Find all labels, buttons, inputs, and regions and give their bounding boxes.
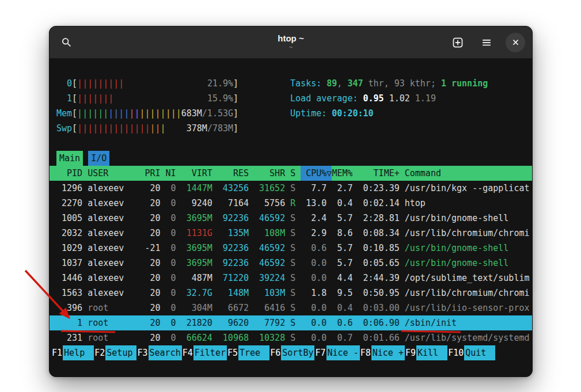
fnkey-f3[interactable]: F3Search <box>136 345 181 360</box>
fnkey-f7[interactable]: F7Nice - <box>314 345 359 360</box>
cell-user: root <box>88 315 134 330</box>
cell-time: 0:10.85 <box>358 241 400 256</box>
tab-main[interactable]: Main <box>56 151 83 166</box>
process-row[interactable]: 1296alexeev2001447M4325631652S7.72.70:23… <box>50 181 532 196</box>
column-header-command[interactable]: Command <box>405 166 530 181</box>
cell-user: alexeev <box>88 241 134 256</box>
cell-pid: 2270 <box>56 196 82 211</box>
close-button[interactable] <box>506 33 525 52</box>
fn-key-label: F6 <box>269 345 281 360</box>
cell-s: S <box>290 315 295 330</box>
window-subtitle: ~ <box>289 44 293 51</box>
text-segment: 89 <box>326 78 337 89</box>
cell-cpu: 0.0 <box>301 330 326 345</box>
cell-time: 0:05.65 <box>358 256 400 271</box>
process-row-selected[interactable]: 1root2002182096207792S0.00.60:06.90/sbin… <box>50 315 532 330</box>
cell-shr: 108M <box>254 226 285 241</box>
cell-virt: 9240 <box>181 196 212 211</box>
meter-open-bracket: [ <box>72 91 77 106</box>
process-table-header: PIDUSERPRINIVIRTRESSHRSCPU%▽MEM%TIME+Com… <box>50 166 532 181</box>
cell-user: alexeev <box>88 196 134 211</box>
column-header-shr[interactable]: SHR <box>254 166 285 181</box>
cell-pid: 1005 <box>56 211 82 226</box>
column-header-cpu[interactable]: CPU% <box>301 166 326 181</box>
fnkey-f1[interactable]: F1Help <box>51 345 94 360</box>
cell-mem: 0.7 <box>332 330 352 345</box>
cell-pri: 20 <box>139 211 160 226</box>
meter-label: 0 <box>56 76 72 91</box>
meter-value: 15.9% <box>207 91 233 106</box>
fn-action-label: Setup <box>105 345 136 360</box>
cell-virt: 3695M <box>181 211 212 226</box>
process-row[interactable]: 396root200304M66726416S0.00.40:03.00/usr… <box>50 300 532 315</box>
process-row[interactable]: 1029alexeev-2103695M9223646592S0.65.70:1… <box>50 241 532 256</box>
cell-ni: 0 <box>166 271 176 286</box>
fnkey-f10[interactable]: F10Quit <box>447 345 495 360</box>
process-row[interactable]: 1037alexeev2003695M9223646592S0.05.70:05… <box>50 256 532 271</box>
column-header-res[interactable]: RES <box>218 166 249 181</box>
fn-key-label: F9 <box>405 345 416 360</box>
fn-action-label: Quit <box>464 345 495 360</box>
process-row[interactable]: 1563alexeev20032.7G148M103MS1.89.50:50.9… <box>50 286 532 300</box>
column-header-time[interactable]: TIME+ <box>358 166 400 181</box>
titlebar[interactable]: htop ~ ~ <box>50 26 532 59</box>
process-row[interactable]: 2270alexeev200924071645756R13.00.40:02.1… <box>50 196 532 211</box>
cell-mem: 5.7 <box>332 211 352 226</box>
cell-pri: 20 <box>139 286 160 300</box>
meter-cpu0: 0[|||||||||21.9%] <box>56 76 238 91</box>
fnkey-f2[interactable]: F2Setup <box>94 345 136 360</box>
column-header-mem[interactable]: MEM% <box>332 166 352 181</box>
column-header-ni[interactable]: NI <box>166 166 176 181</box>
fnkey-f5[interactable]: F5Tree <box>227 345 269 360</box>
process-row[interactable]: 1005alexeev2003695M9223646592S2.45.72:28… <box>50 211 532 226</box>
cell-user: alexeev <box>88 226 134 241</box>
fnkey-f4[interactable]: F4Filter <box>182 345 227 360</box>
text-segment: 21.9% <box>207 78 233 89</box>
fn-key-label: F1 <box>51 345 63 360</box>
cell-pri: 20 <box>139 300 160 315</box>
cell-ni: 0 <box>166 181 176 196</box>
fn-action-label: SortBy <box>281 345 314 360</box>
cell-cpu: 2.4 <box>301 211 326 226</box>
cell-s: S <box>290 226 295 241</box>
meter-mem: Mem[||||||||||||||||||||683M/1.53G] <box>56 106 238 121</box>
cell-cpu: 7.7 <box>301 181 326 196</box>
text-segment: |||||||||||||| <box>77 123 150 134</box>
new-tab-icon <box>453 37 463 48</box>
fn-key-label: F8 <box>360 345 371 360</box>
process-row[interactable]: 2032alexeev2001131G135M108MS2.98.60:08.3… <box>50 226 532 241</box>
tab-io[interactable]: I/O <box>88 151 109 166</box>
cell-cpu: 0.0 <box>301 300 326 315</box>
cell-cpu: 13.0 <box>301 196 326 211</box>
column-header-pid[interactable]: PID <box>56 166 82 181</box>
cell-command: /opt/sublime_text/sublim <box>405 271 530 286</box>
cell-res: 6672 <box>218 300 249 315</box>
cell-mem: 2.7 <box>332 181 352 196</box>
fn-key-label: F3 <box>136 345 148 360</box>
process-row[interactable]: 231root200666241096810328S0.00.70:01.66/… <box>50 330 532 345</box>
menu-button[interactable] <box>477 33 496 52</box>
column-header-virt[interactable]: VIRT <box>181 166 212 181</box>
meter-swp: Swp[|||||||||||||||||378M/783M] <box>56 121 238 136</box>
cell-virt: 3695M <box>181 241 212 256</box>
column-header-s[interactable]: S <box>290 166 295 181</box>
text-segment: || <box>150 123 161 134</box>
fnkey-f9[interactable]: F9Kill <box>405 345 447 360</box>
fn-action-label: Search <box>149 345 182 360</box>
search-button[interactable] <box>56 33 76 52</box>
fnkey-f6[interactable]: F6SortBy <box>269 345 314 360</box>
fnkey-f8[interactable]: F8Nice + <box>360 345 405 360</box>
cell-ni: 0 <box>166 226 176 241</box>
column-header-pri[interactable]: PRI <box>139 166 160 181</box>
process-row[interactable]: 1446alexeev200487M7122039224S0.04.42:44.… <box>50 271 532 286</box>
column-header-user[interactable]: USER <box>88 166 134 181</box>
cell-pri: 20 <box>139 226 160 241</box>
meter-close-bracket: ] <box>233 106 238 121</box>
cell-virt: 21820 <box>181 315 212 330</box>
cell-shr: 46592 <box>254 256 285 271</box>
fn-action-label: Nice - <box>326 345 360 360</box>
meter-label: Mem <box>56 106 72 121</box>
cell-res: 135M <box>218 226 249 241</box>
cell-time: 2:28.81 <box>358 211 400 226</box>
new-tab-button[interactable] <box>448 33 468 52</box>
